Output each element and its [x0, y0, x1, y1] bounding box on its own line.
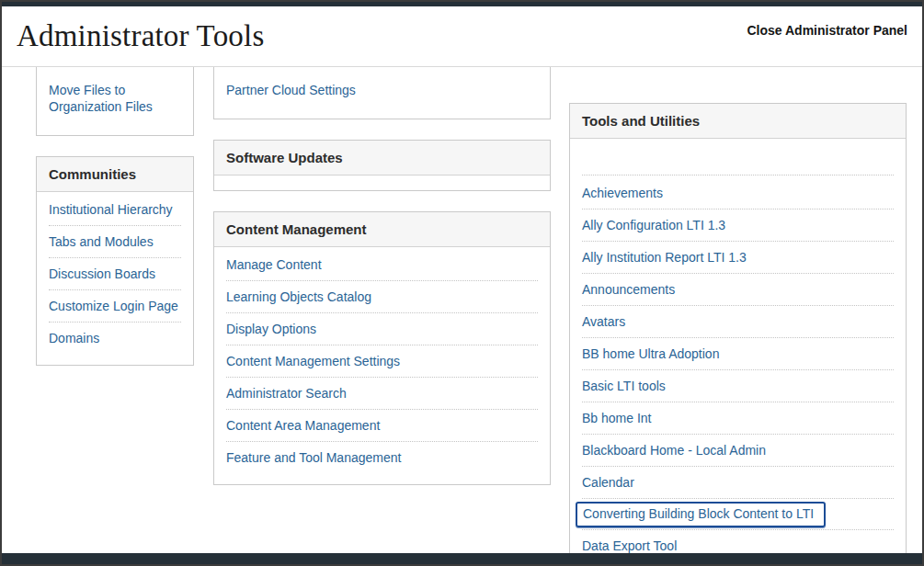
admin-tool-link[interactable]: Learning Objects Catalog: [226, 289, 371, 304]
admin-tool-link[interactable]: Basic LTI tools: [582, 379, 666, 393]
admin-tool-link[interactable]: Customize Login Page: [49, 299, 178, 313]
admin-tool-link[interactable]: Domains: [49, 331, 99, 345]
admin-tool-link[interactable]: Calendar: [582, 475, 634, 490]
list-item: Manage Content: [226, 249, 538, 281]
admin-tool-link[interactable]: Achievements: [582, 186, 663, 200]
list-item: Blackboard Home - Local Admin: [582, 435, 894, 467]
admin-tool-link[interactable]: Converting Building Block Content to LTI: [576, 502, 826, 527]
list-item: Ally Configuration LTI 1.3: [582, 209, 894, 242]
link-list: Achievements Ally Configuration LTI 1.3 …: [570, 175, 906, 553]
list-item: Domains: [49, 323, 181, 354]
list-item: Tabs and Modules: [49, 226, 181, 258]
page-title: Administrator Tools: [17, 19, 264, 53]
panel-content: Move Files to Organization Files Communi…: [2, 67, 922, 553]
list-item: Administrator Search: [226, 378, 538, 410]
admin-tool-link[interactable]: Announcements: [582, 282, 675, 297]
admin-tool-link[interactable]: Administrator Search: [226, 386, 347, 401]
admin-tool-link[interactable]: Bb home Int: [582, 411, 652, 425]
admin-tool-link[interactable]: BB home Ultra Adoption: [582, 346, 719, 361]
module-files-overflow: Move Files to Organization Files: [36, 67, 194, 136]
middle-column: Partner Cloud Settings Software Updates …: [213, 67, 551, 553]
admin-tool-link[interactable]: Tabs and Modules: [49, 234, 154, 249]
list-item: Data Export Tool: [582, 530, 894, 553]
admin-tool-link[interactable]: Content Area Management: [226, 418, 380, 433]
admin-tool-link[interactable]: Blackboard Home - Local Admin: [582, 443, 766, 458]
admin-tool-link[interactable]: Ally Configuration LTI 1.3: [582, 218, 725, 232]
list-item: Announcements: [582, 274, 894, 306]
empty-module-body: [214, 175, 550, 190]
admin-tool-link[interactable]: Manage Content: [226, 257, 322, 272]
module-software-updates: Software Updates: [213, 140, 551, 191]
link-list: Move Files to Organization Files: [37, 67, 193, 135]
list-item: Content Area Management: [226, 410, 538, 442]
list-item: Move Files to Organization Files: [49, 74, 181, 122]
list-item: Basic LTI tools: [582, 370, 894, 402]
admin-tool-link[interactable]: Data Export Tool: [582, 538, 677, 553]
list-item: Learning Objects Catalog: [226, 281, 538, 313]
admin-tool-link[interactable]: Institutional Hierarchy: [49, 202, 173, 217]
admin-tool-link[interactable]: Discussion Boards: [49, 266, 155, 281]
admin-tool-link[interactable]: Partner Cloud Settings: [226, 83, 356, 97]
link-list: Institutional Hierarchy Tabs and Modules…: [37, 192, 193, 365]
admin-tool-link[interactable]: Feature and Tool Management: [226, 450, 401, 465]
bottom-accent-bar: [2, 553, 922, 564]
module-title: Communities: [37, 157, 193, 192]
list-item: Bb home Int: [582, 402, 894, 435]
list-item: Institutional Hierarchy: [49, 194, 181, 226]
administrator-tools-panel: Administrator Tools Close Administrator …: [0, 0, 924, 566]
link-list: Partner Cloud Settings: [214, 67, 550, 119]
admin-tool-link[interactable]: Move Files to Organization Files: [49, 83, 153, 114]
admin-tool-link[interactable]: Display Options: [226, 322, 316, 336]
list-item: Display Options: [226, 313, 538, 345]
admin-tool-link[interactable]: Content Management Settings: [226, 354, 400, 368]
list-item: Content Management Settings: [226, 345, 538, 378]
close-administrator-panel-button[interactable]: Close Administrator Panel: [747, 23, 907, 38]
admin-tool-link[interactable]: Avatars: [582, 314, 625, 329]
list-item: Converting Building Block Content to LTI: [582, 499, 894, 530]
right-column: Tools and Utilities Achievements Ally Co…: [569, 103, 907, 553]
list-item: Feature and Tool Management: [226, 442, 538, 473]
list-item: Partner Cloud Settings: [226, 74, 538, 106]
left-column: Move Files to Organization Files Communi…: [36, 67, 194, 553]
list-item: BB home Ultra Adoption: [582, 338, 894, 370]
link-list: Manage Content Learning Objects Catalog …: [214, 247, 550, 484]
module-title: Tools and Utilities: [570, 104, 906, 139]
module-title: Software Updates: [214, 141, 550, 175]
module-tools-and-utilities: Tools and Utilities Achievements Ally Co…: [569, 103, 907, 553]
list-item: Achievements: [582, 177, 894, 209]
admin-tool-link[interactable]: Ally Institution Report LTI 1.3: [582, 250, 747, 265]
list-item: Avatars: [582, 306, 894, 338]
list-item: Ally Institution Report LTI 1.3: [582, 242, 894, 274]
module-content-management: Content Management Manage Content Learni…: [213, 211, 551, 485]
module-communities: Communities Institutional Hierarchy Tabs…: [36, 156, 194, 366]
module-title: Content Management: [214, 212, 550, 247]
list-item: Calendar: [582, 467, 894, 499]
list-item: Discussion Boards: [49, 258, 181, 290]
panel-header: Administrator Tools Close Administrator …: [2, 6, 922, 67]
list-spacer: [582, 139, 894, 175]
list-item: Customize Login Page: [49, 290, 181, 323]
module-cloud-overflow: Partner Cloud Settings: [213, 67, 551, 119]
